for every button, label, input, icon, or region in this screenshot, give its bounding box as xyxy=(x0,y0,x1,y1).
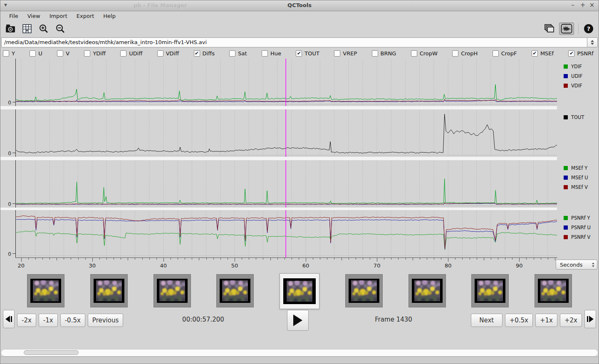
filter-checkbox-croph[interactable]: CropH xyxy=(452,50,478,57)
filter-checkbox-y[interactable]: Y xyxy=(3,50,15,57)
checkbox-icon[interactable] xyxy=(84,50,90,57)
plot-psnrf[interactable] xyxy=(15,210,557,258)
x-axis-major-tick xyxy=(92,258,93,262)
next-frame-button[interactable]: Next xyxy=(471,314,502,327)
filter-checkbox-ydiff[interactable]: YDiff xyxy=(84,50,106,57)
checkbox-icon[interactable] xyxy=(262,50,268,57)
filter-checkbox-msef[interactable]: ✔MSEf xyxy=(532,50,554,57)
legend-swatch xyxy=(564,225,568,230)
file-path-input[interactable]: /media/Data/mediathek/testvideos/mthk/am… xyxy=(1,37,587,47)
checkbox-icon[interactable] xyxy=(30,50,36,57)
plot-tout[interactable] xyxy=(15,109,557,157)
filter-checkbox-diffs[interactable]: ✔Diffs xyxy=(194,50,215,57)
legend-item: MSEf V xyxy=(564,182,599,192)
legend-item: YDIF xyxy=(564,62,599,71)
menu-item-export[interactable]: Export xyxy=(72,12,99,20)
scrollbar-thumb[interactable] xyxy=(24,350,79,355)
x-axis-tick xyxy=(292,258,292,260)
filter-checkbox-psnrf[interactable]: ✔PSNRf xyxy=(568,50,593,57)
play-button[interactable] xyxy=(287,310,309,331)
filmstrip-thumbnail[interactable] xyxy=(408,274,446,307)
filmstrip-thumbnail-selected[interactable] xyxy=(280,273,319,309)
screenshot-button[interactable] xyxy=(5,23,16,35)
x-axis-tick xyxy=(498,258,498,260)
table-view-button[interactable] xyxy=(21,23,33,35)
checkbox-icon[interactable] xyxy=(334,50,340,57)
zoom-out-button[interactable] xyxy=(54,23,66,35)
checkbox-checked-icon[interactable]: ✔ xyxy=(194,50,200,57)
checkbox-icon[interactable] xyxy=(372,50,378,57)
x-axis-tick xyxy=(249,258,249,260)
filter-label: UDiff xyxy=(129,50,142,57)
filter-checkbox-vdiff[interactable]: VDiff xyxy=(157,50,179,57)
checkbox-icon[interactable] xyxy=(157,50,163,57)
filmstrip-thumbnail[interactable] xyxy=(471,274,509,307)
speed-plus-05x-button[interactable]: +0.5x xyxy=(505,314,533,327)
checkbox-checked-icon[interactable]: ✔ xyxy=(532,50,538,57)
menu-item-import[interactable]: Import xyxy=(45,12,72,20)
filter-checkbox-row: YUVYDiffUDiffVDiff✔DiffsSatHue✔TOUTVREPB… xyxy=(0,48,599,59)
filmstrip-thumbnail[interactable] xyxy=(216,274,254,307)
filmstrip-thumbnail[interactable] xyxy=(27,274,64,307)
filter-checkbox-vrep[interactable]: VREP xyxy=(334,50,357,57)
svg-text:?: ? xyxy=(587,25,590,32)
checkbox-icon[interactable] xyxy=(57,50,63,57)
filter-checkbox-cropw[interactable]: CropW xyxy=(411,50,438,57)
legend-swatch xyxy=(564,166,568,170)
x-axis-tick xyxy=(28,258,29,260)
jump-end-button[interactable] xyxy=(584,310,596,328)
checkbox-icon[interactable] xyxy=(3,50,9,57)
x-axis-tick xyxy=(142,258,143,260)
close-button[interactable]: × xyxy=(588,1,596,9)
speed-plus-1x-button[interactable]: +1x xyxy=(535,314,557,327)
filmstrip-thumbnail[interactable] xyxy=(535,274,572,307)
filter-checkbox-tout[interactable]: ✔TOUT xyxy=(296,50,319,57)
spin-down-icon xyxy=(591,43,594,45)
filter-checkbox-cropf[interactable]: CropF xyxy=(493,50,517,57)
file-selector-spinner[interactable] xyxy=(587,37,598,47)
checkbox-icon[interactable] xyxy=(493,50,499,57)
previous-frame-button[interactable]: Previous xyxy=(88,314,123,327)
menu-item-help[interactable]: Help xyxy=(99,12,120,20)
checkbox-icon[interactable] xyxy=(229,50,235,57)
unit-selector[interactable]: Seconds xyxy=(556,260,597,270)
speed-minus-05x-button[interactable]: -0.5x xyxy=(60,314,85,327)
horizontal-scrollbar[interactable] xyxy=(1,349,598,357)
speed-plus-2x-button[interactable]: +2x xyxy=(560,314,582,327)
titlebar: ▼ pb - File Manager QCTools – + × xyxy=(0,0,599,11)
x-axis-tick xyxy=(299,258,299,260)
menu-item-view[interactable]: View xyxy=(23,12,45,20)
filmstrip-thumbnail[interactable] xyxy=(90,274,128,307)
filter-checkbox-brng[interactable]: BRNG xyxy=(372,50,396,57)
filter-checkbox-hue[interactable]: Hue xyxy=(262,50,281,57)
menu-item-file[interactable]: File xyxy=(5,12,23,20)
plot-msef[interactable] xyxy=(15,160,557,208)
status-bar xyxy=(0,357,599,364)
checkbox-icon[interactable] xyxy=(452,50,458,57)
filter-checkbox-udiff[interactable]: UDiff xyxy=(120,50,142,57)
help-button[interactable]: ? xyxy=(583,23,594,35)
filmstrip-thumbnail[interactable] xyxy=(153,274,191,307)
checkbox-icon[interactable] xyxy=(411,50,417,57)
table-icon xyxy=(22,23,32,34)
x-axis-tick xyxy=(327,258,327,260)
legend-label: PSNRf U xyxy=(571,225,591,230)
checkbox-checked-icon[interactable]: ✔ xyxy=(296,50,302,57)
filmstrip-thumbnail[interactable] xyxy=(345,274,383,307)
speed-minus-2x-button[interactable]: -2x xyxy=(17,314,36,327)
minimize-button[interactable]: – xyxy=(569,1,577,9)
zoom-in-button[interactable] xyxy=(38,23,50,35)
checkbox-checked-icon[interactable]: ✔ xyxy=(568,50,574,57)
checkbox-icon[interactable] xyxy=(120,50,126,57)
filter-checkbox-u[interactable]: U xyxy=(30,50,42,57)
x-axis-tick xyxy=(398,258,399,260)
speed-minus-1x-button[interactable]: -1x xyxy=(39,314,58,327)
filter-checkbox-sat[interactable]: Sat xyxy=(229,50,247,57)
maximize-button[interactable]: + xyxy=(579,1,587,9)
filter-checkbox-v[interactable]: V xyxy=(57,50,69,57)
jump-start-button[interactable] xyxy=(3,310,15,328)
thumbnails-toggle-button[interactable] xyxy=(543,23,555,35)
x-axis-tick xyxy=(213,258,214,260)
graphs-toggle-button[interactable] xyxy=(559,22,574,35)
plot-diffs[interactable] xyxy=(15,59,557,106)
